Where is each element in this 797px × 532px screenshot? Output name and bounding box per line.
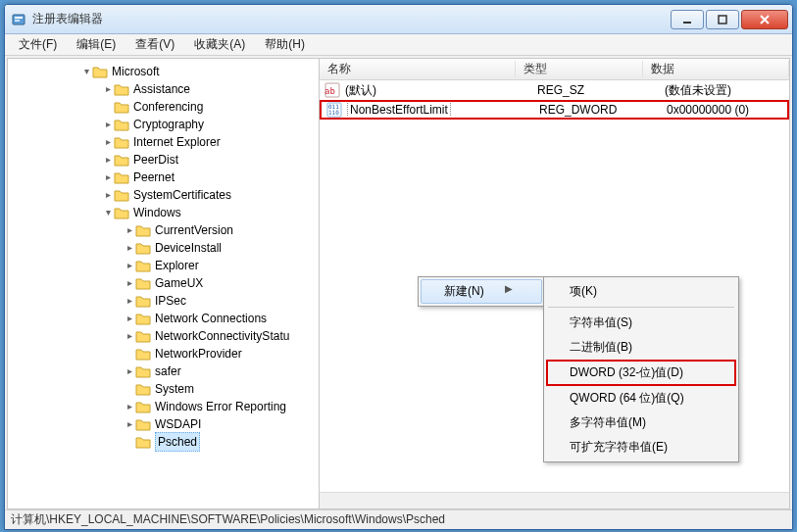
menu-item-multistring[interactable]: 多字符串值(M) (546, 411, 736, 435)
folder-icon (135, 223, 151, 237)
tree-node-microsoft[interactable]: Microsoft (112, 63, 160, 80)
folder-icon (114, 100, 129, 114)
close-button[interactable] (741, 10, 788, 29)
tree-node-gameux[interactable]: GameUX (155, 274, 203, 292)
menu-separator (548, 307, 734, 308)
expander-icon[interactable]: ▸ (124, 310, 135, 327)
menu-item-key[interactable]: 项(K) (546, 279, 736, 304)
expander-icon[interactable]: ▸ (124, 363, 135, 380)
svg-rect-4 (719, 16, 726, 24)
value-name: (默认) (345, 82, 537, 99)
context-menu-new: 新建(N) ▶ (418, 276, 545, 307)
tree-node-conferencing[interactable]: Conferencing (133, 98, 203, 116)
value-row-default[interactable]: ab (默认) REG_SZ (数值未设置) (320, 80, 789, 100)
menu-item-qword64[interactable]: QWORD (64 位)值(Q) (546, 386, 736, 411)
column-type[interactable]: 类型 (516, 61, 643, 77)
menu-item-binary[interactable]: 二进制值(B) (546, 335, 736, 360)
expander-icon[interactable]: ▸ (124, 221, 135, 239)
list-body[interactable]: ab (默认) REG_SZ (数值未设置) 011110 NonBestEff… (320, 80, 789, 492)
expander-icon[interactable]: ▸ (124, 415, 135, 433)
status-path: 计算机\HKEY_LOCAL_MACHINE\SOFTWARE\Policies… (11, 511, 445, 528)
tree-node-deviceinstall[interactable]: DeviceInstall (155, 239, 222, 257)
tree-node-internet-explorer[interactable]: Internet Explorer (133, 133, 221, 151)
minimize-button[interactable] (671, 10, 704, 29)
tree-node-wsdapi[interactable]: WSDAPI (155, 415, 201, 433)
tree-node-system-certificates[interactable]: SystemCertificates (133, 186, 231, 204)
menu-edit[interactable]: 编辑(E) (67, 34, 125, 55)
folder-icon (114, 188, 129, 202)
column-name[interactable]: 名称 (320, 61, 516, 77)
svg-rect-2 (15, 20, 20, 22)
expander-icon[interactable]: ▸ (102, 116, 114, 133)
tree-node-windows[interactable]: Windows (133, 204, 181, 221)
folder-icon (114, 135, 129, 149)
tree-node-peernet[interactable]: Peernet (133, 169, 174, 186)
tree-node-network-connectivity[interactable]: NetworkConnectivityStatu (155, 327, 289, 345)
menu-item-label: 新建(N) (444, 284, 484, 298)
folder-icon (135, 382, 151, 396)
column-data[interactable]: 数据 (643, 61, 789, 77)
maximize-button[interactable] (706, 10, 739, 29)
tree-node-system[interactable]: System (155, 380, 194, 398)
tree-node-peerdist[interactable]: PeerDist (133, 151, 178, 169)
svg-text:110: 110 (328, 109, 339, 116)
value-data: (数值未设置) (665, 82, 785, 99)
list-header: 名称 类型 数据 (320, 59, 789, 80)
folder-icon (114, 153, 129, 167)
submenu-arrow-icon: ▶ (505, 283, 513, 294)
registry-editor-window: 注册表编辑器 文件(F) 编辑(E) 查看(V) 收藏夹(A) 帮助(H) (4, 4, 793, 530)
expander-icon[interactable]: ▸ (124, 398, 135, 415)
tree-panel[interactable]: ▾ Microsoft ▸Assistance Conferencing ▸Cr… (8, 59, 320, 508)
value-name: NonBestEffortLimit (347, 103, 539, 117)
svg-rect-3 (683, 22, 691, 24)
titlebar[interactable]: 注册表编辑器 (5, 5, 792, 34)
menu-favorites[interactable]: 收藏夹(A) (184, 34, 255, 55)
folder-icon (135, 400, 151, 413)
tree-node-cryptography[interactable]: Cryptography (133, 116, 204, 133)
folder-icon (114, 206, 129, 219)
folder-icon (92, 65, 108, 78)
value-data: 0x00000000 (0) (667, 103, 783, 117)
expander-icon[interactable]: ▸ (102, 133, 114, 151)
tree-node-ipsec[interactable]: IPSec (155, 292, 186, 310)
expander-icon[interactable]: ▾ (80, 63, 92, 80)
expander-icon[interactable]: ▸ (124, 257, 135, 274)
tree-node-assistance[interactable]: Assistance (133, 80, 190, 98)
menu-help[interactable]: 帮助(H) (255, 34, 315, 55)
menu-item-new[interactable]: 新建(N) ▶ (421, 279, 542, 304)
folder-icon (114, 170, 129, 184)
expander-icon[interactable]: ▸ (102, 151, 114, 169)
list-panel: 名称 类型 数据 ab (默认) REG_SZ (数值未设置) 011110 (320, 59, 789, 508)
tree-node-network-connections[interactable]: Network Connections (155, 310, 267, 327)
horizontal-scrollbar[interactable] (320, 492, 789, 508)
expander-icon[interactable]: ▸ (124, 327, 135, 345)
expander-icon[interactable]: ▸ (102, 80, 114, 98)
tree-node-currentversion[interactable]: CurrentVersion (155, 221, 233, 239)
menu-item-dword32[interactable]: DWORD (32-位)值(D) (546, 360, 736, 386)
expander-icon[interactable]: ▸ (124, 239, 135, 257)
expander-icon[interactable]: ▸ (102, 186, 114, 204)
folder-icon (114, 82, 129, 96)
expander-icon[interactable]: ▸ (102, 169, 114, 186)
folder-icon (135, 312, 151, 325)
value-type: REG_SZ (537, 83, 665, 97)
menu-file[interactable]: 文件(F) (9, 34, 67, 55)
expander-icon[interactable]: ▸ (124, 292, 135, 310)
string-value-icon: ab (324, 82, 341, 98)
menu-view[interactable]: 查看(V) (125, 34, 184, 55)
value-row-nonbesteffortlimit[interactable]: 011110 NonBestEffortLimit REG_DWORD 0x00… (320, 100, 789, 120)
folder-icon (135, 347, 151, 361)
app-icon (11, 12, 26, 27)
tree-node-network-provider[interactable]: NetworkProvider (155, 345, 242, 363)
expander-icon[interactable]: ▸ (124, 274, 135, 292)
svg-rect-1 (15, 17, 23, 19)
menu-item-expandstring[interactable]: 可扩充字符串值(E) (546, 435, 736, 459)
value-type: REG_DWORD (539, 103, 667, 117)
tree-node-wer[interactable]: Windows Error Reporting (155, 398, 286, 415)
expander-icon[interactable]: ▾ (102, 204, 114, 221)
tree-node-psched[interactable]: Psched (155, 432, 200, 452)
window-title: 注册表编辑器 (32, 11, 671, 27)
tree-node-explorer[interactable]: Explorer (155, 257, 199, 274)
menu-item-string[interactable]: 字符串值(S) (546, 311, 736, 335)
tree-node-safer[interactable]: safer (155, 363, 181, 380)
